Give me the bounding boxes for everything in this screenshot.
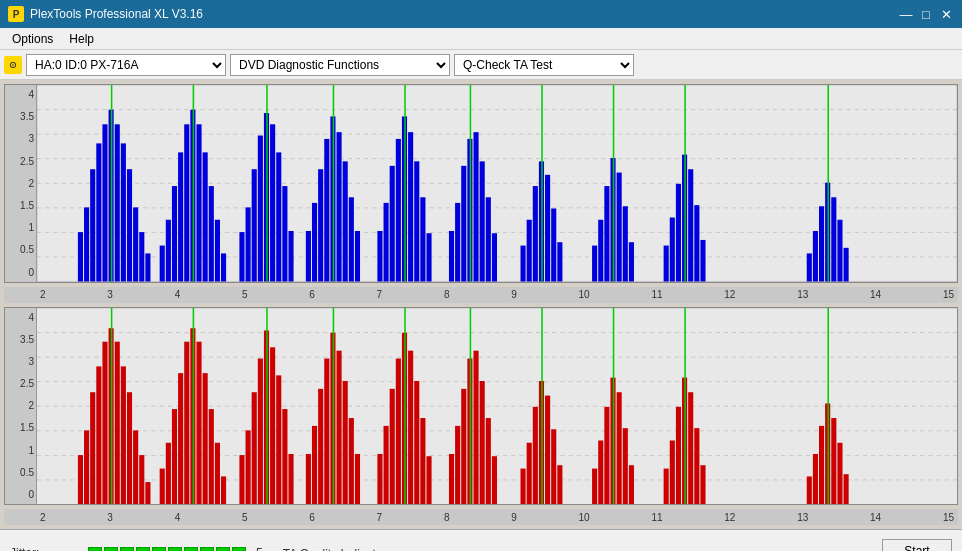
svg-rect-141 — [239, 455, 244, 504]
svg-rect-70 — [480, 161, 485, 281]
svg-rect-54 — [377, 231, 382, 282]
svg-rect-42 — [282, 186, 287, 281]
svg-rect-189 — [598, 440, 603, 504]
start-button[interactable]: Start — [882, 539, 952, 552]
svg-rect-119 — [96, 366, 101, 504]
svg-rect-116 — [78, 455, 83, 504]
svg-rect-136 — [196, 341, 201, 504]
svg-rect-30 — [203, 152, 208, 281]
svg-rect-64 — [449, 231, 454, 282]
svg-rect-82 — [598, 220, 603, 282]
function-selector[interactable]: DVD Diagnostic Functions — [230, 54, 450, 76]
ta-quality-label: TA Quality Indicator: — [283, 547, 390, 552]
svg-rect-40 — [270, 124, 275, 281]
svg-rect-19 — [133, 207, 138, 281]
svg-rect-31 — [209, 186, 214, 281]
window-title: PlexTools Professional XL V3.16 — [30, 7, 203, 21]
svg-rect-120 — [102, 341, 107, 504]
svg-rect-53 — [355, 231, 360, 282]
svg-rect-91 — [676, 184, 681, 282]
svg-rect-56 — [390, 166, 395, 282]
svg-rect-41 — [276, 152, 281, 281]
close-button[interactable]: ✕ — [938, 6, 954, 22]
svg-rect-147 — [270, 347, 275, 504]
svg-rect-198 — [676, 406, 681, 504]
svg-rect-201 — [688, 392, 693, 504]
svg-rect-170 — [426, 456, 431, 504]
svg-rect-25 — [178, 152, 183, 281]
svg-rect-90 — [670, 217, 675, 281]
svg-rect-65 — [455, 203, 460, 282]
svg-rect-139 — [215, 442, 220, 504]
svg-rect-188 — [592, 468, 597, 504]
svg-rect-45 — [312, 203, 317, 282]
svg-rect-210 — [837, 442, 842, 504]
svg-rect-151 — [306, 453, 311, 504]
svg-rect-24 — [172, 186, 177, 281]
svg-rect-80 — [557, 242, 562, 281]
svg-rect-148 — [276, 375, 281, 504]
svg-rect-143 — [252, 392, 257, 504]
svg-rect-9 — [78, 232, 83, 281]
svg-rect-81 — [592, 246, 597, 282]
svg-rect-173 — [461, 388, 466, 504]
svg-rect-87 — [623, 206, 628, 281]
maximize-button[interactable]: □ — [918, 6, 934, 22]
svg-rect-104 — [844, 248, 849, 282]
top-chart: 4 3.5 3 2.5 2 1.5 1 0.5 0 — [4, 84, 958, 283]
svg-rect-69 — [473, 132, 478, 281]
right-buttons: Start i — [882, 539, 952, 552]
svg-rect-46 — [318, 169, 323, 281]
svg-rect-37 — [258, 136, 263, 282]
svg-rect-123 — [115, 341, 120, 504]
svg-rect-180 — [521, 468, 526, 504]
svg-rect-89 — [664, 246, 669, 282]
svg-rect-86 — [617, 173, 622, 282]
svg-rect-23 — [166, 220, 171, 282]
jitter-value: 5 — [256, 546, 263, 552]
svg-rect-152 — [312, 425, 317, 504]
menu-options[interactable]: Options — [4, 30, 61, 48]
minimize-button[interactable]: — — [898, 6, 914, 22]
title-bar-controls[interactable]: — □ ✕ — [898, 6, 954, 22]
svg-rect-185 — [545, 395, 550, 504]
menu-help[interactable]: Help — [61, 30, 102, 48]
svg-rect-74 — [527, 220, 532, 282]
svg-rect-172 — [455, 425, 460, 504]
svg-rect-94 — [688, 169, 693, 281]
svg-rect-16 — [115, 124, 120, 281]
svg-rect-197 — [670, 440, 675, 504]
top-chart-area — [37, 85, 957, 282]
bottom-chart-area — [37, 308, 957, 505]
svg-rect-138 — [209, 409, 214, 504]
svg-rect-71 — [486, 197, 491, 281]
svg-rect-51 — [343, 161, 348, 281]
svg-rect-204 — [807, 476, 812, 504]
top-chart-y-axis: 4 3.5 3 2.5 2 1.5 1 0.5 0 — [5, 85, 37, 282]
svg-rect-169 — [420, 418, 425, 504]
svg-rect-160 — [355, 453, 360, 504]
svg-rect-179 — [492, 456, 497, 504]
svg-rect-182 — [533, 406, 538, 504]
jitter-label: Jitter: — [10, 546, 82, 552]
svg-rect-95 — [694, 205, 699, 281]
svg-rect-73 — [521, 246, 526, 282]
svg-rect-137 — [203, 373, 208, 504]
bottom-chart: 4 3.5 3 2.5 2 1.5 1 0.5 0 — [4, 307, 958, 506]
svg-rect-96 — [700, 240, 705, 282]
svg-rect-72 — [492, 233, 497, 281]
svg-rect-20 — [139, 232, 144, 281]
svg-rect-163 — [390, 388, 395, 504]
svg-rect-211 — [844, 474, 849, 504]
drive-selector[interactable]: HA:0 ID:0 PX-716A — [26, 54, 226, 76]
svg-rect-153 — [318, 388, 323, 504]
svg-rect-193 — [617, 392, 622, 504]
svg-rect-206 — [819, 425, 824, 504]
svg-rect-99 — [819, 206, 824, 281]
svg-rect-117 — [84, 430, 89, 504]
svg-rect-176 — [473, 350, 478, 504]
test-selector[interactable]: Q-Check TA Test — [454, 54, 634, 76]
metrics-section: Jitter: 5 Peak Shift: — [10, 546, 263, 552]
svg-rect-17 — [121, 143, 126, 281]
svg-rect-97 — [807, 253, 812, 281]
